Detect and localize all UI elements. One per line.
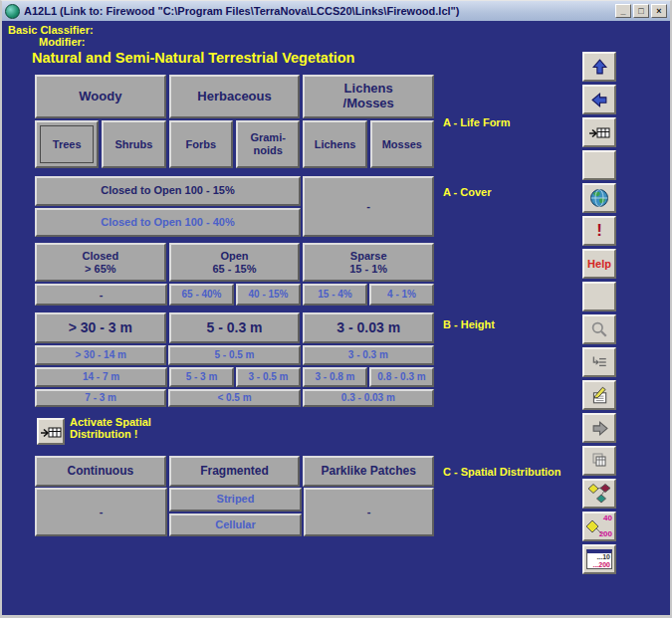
activate-spatial-button[interactable] xyxy=(37,418,65,445)
cover-closed-button[interactable]: Closed> 65% xyxy=(35,243,166,282)
alert-button[interactable]: ! xyxy=(582,216,616,246)
edit-notes-button[interactable] xyxy=(582,380,616,410)
diamond-top-number: 40 xyxy=(603,515,612,522)
height-30-14-button[interactable]: > 30 - 14 m xyxy=(35,345,166,365)
height-3-003-button[interactable]: 3 - 0.03 m xyxy=(303,312,434,343)
height-3-03-button[interactable]: 3 - 0.3 m xyxy=(303,345,434,365)
right-toolbar: ! Help xyxy=(582,52,616,574)
cover-100-15-button[interactable]: Closed to Open 100 - 15% xyxy=(35,176,301,206)
maximize-button[interactable]: □ xyxy=(633,4,649,18)
app-globe-icon xyxy=(5,4,20,19)
height-5-3-button[interactable]: 5 - 3 m xyxy=(169,367,234,387)
arrow-table-icon xyxy=(588,124,610,140)
life-form-group-lichens-mosses[interactable]: Lichens /Mosses xyxy=(303,75,434,118)
cover-sub-empty-cell: - xyxy=(35,284,167,306)
arrow-table-icon xyxy=(40,424,62,440)
close-button[interactable]: × xyxy=(651,4,667,18)
spatial-continuous-button[interactable]: Continuous xyxy=(35,456,166,487)
globe-button[interactable] xyxy=(582,183,616,213)
height-3-08-button[interactable]: 3 - 0.8 m xyxy=(303,367,367,387)
cover-empty-cell: - xyxy=(303,176,434,237)
range-list-button[interactable]: ...10 ...200 xyxy=(582,544,616,574)
life-form-forbs-button[interactable]: Forbs xyxy=(169,120,233,168)
cover-section-label: A - Cover xyxy=(443,186,492,198)
height-row-1: > 30 - 3 m 5 - 0.3 m 3 - 0.03 m xyxy=(35,312,434,343)
spatial-section-label: C - Spatial Distribution xyxy=(443,466,561,478)
cover-closed-text: Closed> 65% xyxy=(82,250,118,275)
life-form-mosses-button[interactable]: Mosses xyxy=(370,120,434,168)
window-title: A12L1 (Link to: Firewood "C:\Program Fil… xyxy=(24,5,611,17)
height-lt-05-button[interactable]: < 0.5 m xyxy=(168,389,300,407)
diamond-bottom-number: 200 xyxy=(599,530,612,538)
classify-diamonds-button[interactable] xyxy=(582,479,616,509)
height-30-3-button[interactable]: > 30 - 3 m xyxy=(35,312,166,343)
cover-main-left: Closed to Open 100 - 15% Closed to Open … xyxy=(35,176,301,237)
toolbar-blank-button-2[interactable] xyxy=(582,282,616,311)
copy-sheets-icon xyxy=(589,451,609,471)
spatial-row-1: Continuous Fragmented Parklike Patches xyxy=(35,456,434,487)
range-list-icon: ...10 ...200 xyxy=(586,549,612,569)
spatial-left-empty-cell: - xyxy=(35,488,167,536)
title-bar: A12L1 (Link to: Firewood "C:\Program Fil… xyxy=(2,1,670,21)
minimize-button[interactable]: _ xyxy=(615,4,631,18)
range-list-bottom-number: ...200 xyxy=(588,561,610,569)
spatial-parklike-button[interactable]: Parklike Patches xyxy=(303,456,434,487)
spatial-cellular-button[interactable]: Cellular xyxy=(169,514,302,537)
height-section-label: B - Height xyxy=(443,318,495,330)
life-form-group-woody[interactable]: Woody xyxy=(35,75,166,118)
height-row-3: 14 - 7 m 5 - 3 m 3 - 0.5 m 3 - 0.8 m 0.8… xyxy=(35,367,434,387)
cover-4-1-button[interactable]: 4 - 1% xyxy=(369,284,434,306)
exclamation-icon: ! xyxy=(596,221,602,241)
edit-document-icon xyxy=(589,385,609,405)
height-7-3-button[interactable]: 7 - 3 m xyxy=(35,389,166,407)
height-5-03-button[interactable]: 5 - 0.3 m xyxy=(169,312,301,343)
forward-button[interactable] xyxy=(582,413,616,443)
globe-icon xyxy=(589,188,609,208)
cover-level-row: Closed> 65% Open65 - 15% Sparse15 - 1% xyxy=(35,243,434,282)
right-arrow-icon xyxy=(591,420,608,437)
goto-table-button[interactable] xyxy=(582,117,616,147)
app-window: A12L1 (Link to: Firewood "C:\Program Fil… xyxy=(0,0,672,618)
cover-100-40-button[interactable]: Closed to Open 100 - 40% xyxy=(35,208,301,238)
life-form-section-label: A - Life Form xyxy=(443,116,510,128)
toolbar-blank-button-1[interactable] xyxy=(582,150,616,180)
spatial-fragmented-subcol: Striped Cellular xyxy=(169,488,302,536)
life-form-graminoids-button[interactable]: Grami- noids xyxy=(236,120,300,168)
height-3-05-button[interactable]: 3 - 0.5 m xyxy=(236,367,301,387)
activate-spatial-label: Activate Spatial Distribution ! xyxy=(70,416,151,440)
life-form-shrubs-button[interactable]: Shrubs xyxy=(102,120,165,168)
left-arrow-icon xyxy=(591,92,608,108)
cover-sparse-text: Sparse15 - 1% xyxy=(349,250,387,275)
height-03-003-button[interactable]: 0.3 - 0.03 m xyxy=(303,389,434,407)
copy-button[interactable] xyxy=(582,446,616,476)
spatial-striped-button[interactable]: Striped xyxy=(169,488,302,512)
diamond-range-button[interactable]: 40 200 xyxy=(582,512,616,541)
life-form-item-row: Trees Shrubs Forbs Grami- noids Lichens … xyxy=(35,120,434,168)
spatial-fragmented-button[interactable]: Fragmented xyxy=(169,456,301,487)
cover-open-text: Open65 - 15% xyxy=(212,250,256,275)
life-form-trees-button[interactable]: Trees xyxy=(35,120,99,168)
cover-sparse-button[interactable]: Sparse15 - 1% xyxy=(303,243,434,282)
list-link-button[interactable] xyxy=(582,347,616,377)
spatial-row-2: - Striped Cellular - xyxy=(35,488,434,536)
basic-classifier-label: Basic Classifier: xyxy=(8,24,94,36)
cover-15-4-button[interactable]: 15 - 4% xyxy=(303,284,367,306)
cover-40-15-button[interactable]: 40 - 15% xyxy=(236,284,301,306)
nav-up-button[interactable] xyxy=(582,52,616,82)
page-title: Natural and Semi-Natural Terrestrial Veg… xyxy=(32,50,354,66)
help-button[interactable]: Help xyxy=(582,249,616,279)
nav-back-button[interactable] xyxy=(582,85,616,114)
up-arrow-icon xyxy=(591,59,608,76)
life-form-group-herbaceous[interactable]: Herbaceous xyxy=(169,75,301,118)
height-5-05-button[interactable]: 5 - 0.5 m xyxy=(168,345,300,365)
search-button[interactable] xyxy=(582,314,616,344)
window-controls: _ □ × xyxy=(615,4,667,18)
modifier-label: Modifier: xyxy=(39,36,85,48)
cover-65-40-button[interactable]: 65 - 40% xyxy=(169,284,234,306)
height-row-2: > 30 - 14 m 5 - 0.5 m 3 - 0.3 m xyxy=(35,345,434,365)
cover-open-button[interactable]: Open65 - 15% xyxy=(169,243,301,282)
life-form-lichens-button[interactable]: Lichens xyxy=(303,120,366,168)
height-row-4: 7 - 3 m < 0.5 m 0.3 - 0.03 m xyxy=(35,389,434,407)
height-14-7-button[interactable]: 14 - 7 m xyxy=(35,367,167,387)
height-08-03-button[interactable]: 0.8 - 0.3 m xyxy=(369,367,434,387)
